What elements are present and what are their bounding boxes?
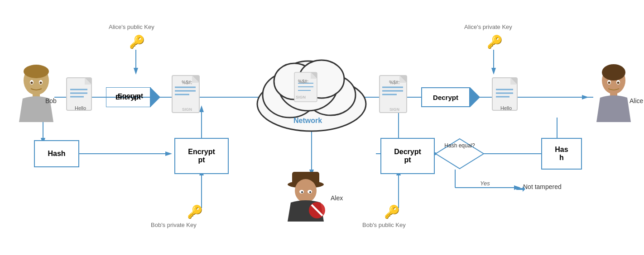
svg-marker-7 — [165, 151, 172, 156]
svg-point-71 — [309, 191, 311, 193]
alex-person — [281, 167, 331, 222]
encrypted-text-right: %$#: — [381, 80, 408, 85]
hash-box-left: Hash — [34, 140, 79, 167]
bob-label: Bob — [45, 97, 57, 104]
hello-label-left: Hello — [75, 105, 86, 111]
network-label: Network — [293, 117, 322, 125]
hash-label-left: Hash — [48, 150, 65, 158]
decrypt-box-bottom: Decrypt pt — [380, 138, 435, 174]
hello-doc-right: Hello — [491, 77, 521, 113]
alice-label: Alice — [630, 97, 643, 104]
hash-label-right: Has h — [555, 146, 568, 162]
encrypted-doc-left: %$#: SIGN — [171, 75, 203, 115]
bobs-private-key-icon: 🔑 — [187, 204, 203, 219]
bobs-private-key-label: Bob's private Key — [151, 222, 197, 228]
not-tampered-label: Not tampered — [523, 183, 562, 190]
sign-label-center: SIGN — [296, 95, 306, 99]
sign-label-right: SIGN — [381, 107, 408, 112]
yes-label: Yes — [480, 180, 490, 187]
svg-marker-94 — [516, 186, 525, 192]
hash-equal-label: Hash equal? — [439, 142, 480, 149]
svg-marker-13 — [134, 68, 138, 75]
decrypt-arrow-top: Decrypt — [421, 87, 480, 107]
alex-label: Alex — [331, 194, 343, 202]
decrypt-top-text: Decrypt — [421, 87, 470, 107]
bobs-public-key-icon: 🔑 — [384, 204, 400, 219]
svg-marker-25 — [491, 68, 496, 75]
bobs-public-key-label: Bob's public Key — [362, 222, 406, 228]
alice-public-key-icon: 🔑 — [129, 34, 145, 49]
svg-point-38 — [40, 82, 42, 84]
encrypted-doc-right: %$#: SIGN — [379, 75, 410, 115]
hello-doc-left: Hello — [66, 77, 95, 113]
svg-point-67 — [295, 179, 317, 203]
encrypt-box-bottom: Encrypt pt — [174, 138, 229, 174]
svg-point-87 — [602, 64, 625, 80]
svg-point-92 — [617, 82, 620, 84]
hash-equal-diamond: Hash equal? — [435, 138, 485, 170]
alice-private-key-icon: 🔑 — [487, 34, 503, 49]
hello-label-right: Hello — [500, 105, 512, 111]
svg-point-37 — [31, 82, 33, 84]
alice-private-key-label: Alice's private Key — [464, 24, 512, 30]
svg-point-33 — [24, 65, 49, 78]
encrypt-bottom-text: Encrypt pt — [188, 148, 215, 164]
svg-point-70 — [301, 191, 303, 193]
encrypted-text-left: %$#: — [173, 80, 201, 85]
sign-label-left: SIGN — [173, 107, 201, 112]
encrypt-arrow-top: Encrypt Encrypt — [106, 87, 160, 107]
hash-box-right: Has h — [541, 138, 582, 170]
encrypt-top-text: Encrypt — [111, 92, 150, 99]
decrypt-bottom-text: Decrypt pt — [394, 148, 421, 164]
svg-marker-3 — [582, 95, 589, 99]
bob-person — [14, 63, 59, 122]
diagram: Bob Hello Encrypt Encrypt % — [0, 0, 644, 255]
svg-marker-46 — [150, 87, 160, 107]
encrypted-text-center: %$#: — [298, 79, 308, 84]
alice-person — [591, 63, 636, 122]
svg-point-91 — [608, 82, 610, 84]
alice-public-key-label: Alice's public Key — [109, 24, 154, 30]
